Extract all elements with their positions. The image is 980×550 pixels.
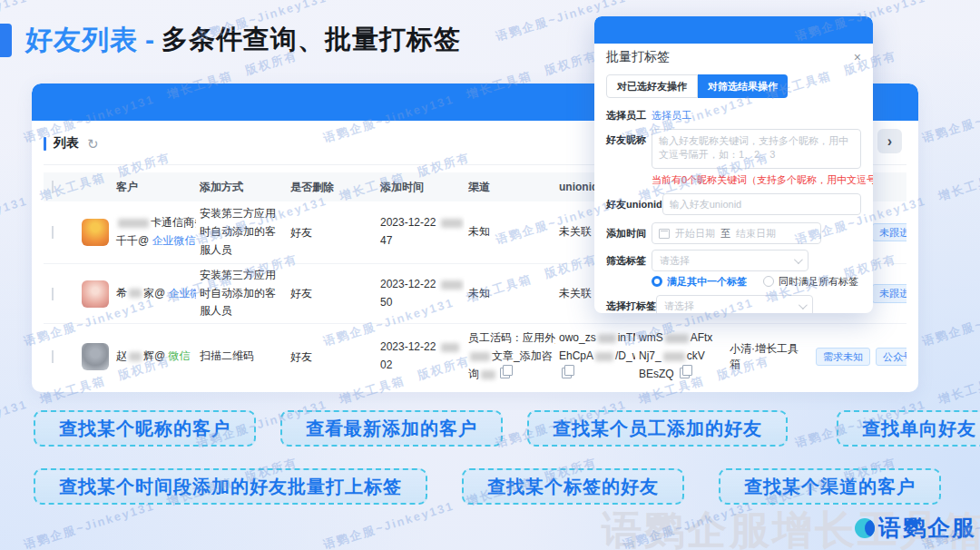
quick-link-button[interactable]: 查找某个昵称的客户 bbox=[34, 410, 256, 447]
row-checkbox-cell bbox=[44, 226, 78, 239]
cell-line: BEsZQ bbox=[639, 366, 722, 384]
radio-match-all[interactable]: 同时满足所有标签 bbox=[763, 275, 858, 289]
tags-cell: 需求未知公众号 bbox=[812, 348, 906, 367]
staff-label: 选择员工 bbox=[606, 107, 652, 123]
row-checkbox-cell bbox=[44, 350, 78, 363]
nickname-input[interactable] bbox=[652, 129, 861, 169]
select-all-checkbox[interactable] bbox=[52, 181, 54, 193]
filter-tag-label: 筛选标签 bbox=[606, 250, 652, 268]
avatar bbox=[82, 343, 109, 370]
row-checkbox[interactable] bbox=[52, 350, 54, 363]
row-checkbox-cell bbox=[44, 288, 78, 300]
quick-link-button[interactable]: 查找某个员工添加的好友 bbox=[527, 410, 788, 447]
channel-cell: 未知 bbox=[465, 223, 555, 241]
unionid-cell: owo_zsinTMEhCpA/D_w bbox=[555, 329, 635, 383]
is-deleted-cell: 好友 bbox=[287, 349, 377, 365]
account-type-link[interactable]: 企业微信 bbox=[169, 287, 196, 300]
cell-line: 未知 bbox=[468, 223, 552, 241]
redacted-text bbox=[470, 352, 490, 361]
cell-line: 千千@ 企业微信 bbox=[116, 232, 196, 250]
refresh-icon[interactable]: ↻ bbox=[87, 137, 99, 151]
tag-pill[interactable]: 未跟进 bbox=[872, 223, 906, 242]
is-deleted-cell: 好友 bbox=[287, 286, 377, 301]
cell-line: 47 bbox=[380, 232, 461, 250]
radio-on-icon bbox=[652, 276, 662, 287]
column-header: 是否删除 bbox=[287, 180, 377, 195]
select-staff-link[interactable]: 选择员工 bbox=[652, 107, 691, 123]
modal-tabs: 对已选好友操作 对筛选结果操作 bbox=[606, 74, 861, 98]
tag-pill[interactable]: 公众号 bbox=[876, 348, 906, 367]
watermark-text: 语鹦企服~Jinkey131 增长工具箱 版权所有 bbox=[920, 47, 980, 146]
channel-cell: 员工活码：应用外_文章_添加咨询 bbox=[465, 329, 555, 383]
date-start-placeholder: 开始日期 bbox=[675, 227, 715, 241]
avatar bbox=[82, 280, 109, 308]
quick-link-button[interactable]: 查找某个标签的好友 bbox=[462, 468, 684, 505]
customer-name: 卡通信商务～千千@ 企业微信 bbox=[116, 214, 196, 250]
customer-wrap: 赵辉@ 微信 bbox=[82, 343, 192, 370]
cell-line: 卡通信商务～ bbox=[116, 214, 196, 232]
title-marker bbox=[0, 24, 12, 57]
copy-icon[interactable] bbox=[500, 368, 510, 378]
close-icon[interactable]: × bbox=[854, 51, 861, 64]
account-type-link[interactable]: 企业微信 bbox=[152, 234, 196, 247]
date-range-picker[interactable]: 开始日期 至 结束日期 bbox=[652, 222, 821, 244]
cell-line: 未知 bbox=[468, 285, 552, 303]
apply-tag-select[interactable]: 请选择 bbox=[656, 295, 813, 313]
copy-icon[interactable] bbox=[680, 368, 690, 378]
quick-links-row-1: 查找某个昵称的客户查看最新添加的客户查找某个员工添加的好友查找单向好友 bbox=[34, 410, 980, 447]
tab-selected-friends[interactable]: 对已选好友操作 bbox=[606, 74, 698, 98]
unionid-label: 好友unionid bbox=[606, 193, 662, 211]
cell-line: 希家@ 企业微信 bbox=[116, 285, 196, 303]
account-type-link[interactable]: 微信 bbox=[169, 349, 191, 362]
cell-line: 赵辉@ 微信 bbox=[116, 348, 191, 366]
add-method-cell: 安装第三方应用时自动添加的客服人员 bbox=[196, 267, 287, 320]
cell-line: wmSAFtx bbox=[639, 329, 722, 348]
quick-link-button[interactable]: 查找某个渠道的客户 bbox=[719, 468, 941, 505]
row-checkbox[interactable] bbox=[52, 288, 54, 300]
filter-tag-select[interactable]: 请选择 bbox=[652, 250, 808, 271]
cell-line: 2023-12-22 bbox=[380, 214, 461, 232]
is-deleted-cell: 好友 bbox=[287, 225, 377, 241]
cell-line: 2023-12-22 bbox=[380, 339, 461, 357]
add-method-cell: 扫描二维码 bbox=[196, 348, 287, 366]
calendar-icon bbox=[659, 229, 670, 239]
add-method-cell: 安装第三方应用时自动添加的客服人员 bbox=[196, 205, 287, 259]
page-title-subtitle: 多条件查询、批量打标签 bbox=[162, 22, 461, 58]
column-header: 客户 bbox=[78, 180, 196, 195]
nickname-hint: 当前有0个昵称关键词（支持多个昵称，用中文逗号隔开，如：1、2、3） bbox=[652, 174, 861, 186]
quick-link-button[interactable]: 查找单向好友 bbox=[837, 410, 980, 447]
radio-off-icon bbox=[763, 276, 774, 287]
redacted-text bbox=[663, 352, 685, 361]
customer-cell: 赵辉@ 微信 bbox=[78, 343, 196, 370]
tag-pill[interactable]: 未跟进 bbox=[872, 284, 906, 303]
tab-filter-result[interactable]: 对筛选结果操作 bbox=[698, 74, 788, 98]
quick-links-row-2: 查找某个时间段添加的好友批量打上标签查找某个标签的好友查找某个渠道的客户 bbox=[34, 468, 941, 505]
tag-pill[interactable]: 需求未知 bbox=[816, 348, 870, 367]
cell-line: 2023-12-22 bbox=[380, 276, 461, 294]
unionid-input[interactable] bbox=[662, 193, 861, 215]
quick-link-button[interactable]: 查看最新添加的客户 bbox=[280, 410, 503, 447]
customer-cell: 希家@ 企业微信 bbox=[78, 280, 196, 308]
table-row: 赵辉@ 微信扫描二维码好友2023-12-22 02员工活码：应用外_文章_添加… bbox=[44, 324, 906, 389]
add-time-label: 添加时间 bbox=[606, 222, 652, 241]
copy-icon[interactable] bbox=[562, 368, 572, 378]
batch-tag-modal: 批量打标签 × 对已选好友操作 对筛选结果操作 选择员工 选择员工 好友昵称 当… bbox=[594, 16, 873, 313]
section-marker bbox=[44, 137, 46, 151]
customer-wrap: 卡通信商务～千千@ 企业微信 bbox=[82, 214, 192, 250]
customer-name: 希家@ 企业微信 bbox=[116, 285, 196, 303]
apply-tag-label: 选择打标签 bbox=[606, 295, 656, 313]
quick-link-button[interactable]: 查找某个时间段添加的好友批量打上标签 bbox=[34, 468, 427, 505]
row-checkbox[interactable] bbox=[52, 226, 54, 239]
add-time-cell: 2023-12-22 47 bbox=[377, 214, 465, 250]
modal-header-band bbox=[594, 16, 873, 44]
scroll-right-button[interactable]: › bbox=[877, 129, 902, 153]
cell-line: 询 bbox=[468, 366, 552, 384]
apply-tag-placeholder: 请选择 bbox=[664, 300, 694, 313]
filter-tag-placeholder: 请选择 bbox=[660, 254, 690, 268]
cell-line: 02 bbox=[380, 357, 461, 375]
cell-line: owo_zsinTM bbox=[559, 329, 632, 348]
radio-match-one[interactable]: 满足其中一个标签 bbox=[652, 275, 747, 289]
cell-line: Nj7_ckV bbox=[639, 348, 722, 366]
redacted-text bbox=[441, 280, 463, 290]
owner-cell: 小清·增长工具箱 bbox=[726, 341, 812, 372]
